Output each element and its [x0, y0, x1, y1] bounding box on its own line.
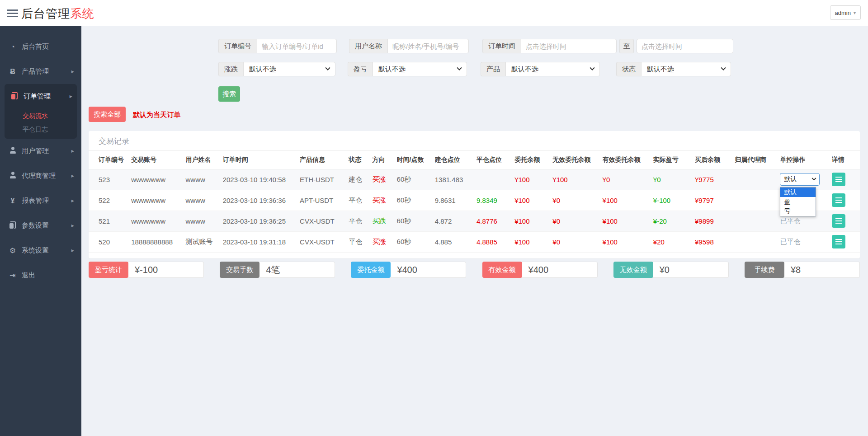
sidebar-item-params[interactable]: 参数设置 ▶ — [0, 213, 81, 238]
dashboard-icon: ◔ — [7, 43, 18, 51]
sidebar-item-agents[interactable]: 代理商管理 ▶ — [0, 164, 81, 188]
col-agent: 归属代理商 — [735, 151, 780, 169]
col-valid-entrust: 有效委托余额 — [603, 151, 653, 169]
chevron-down-icon: ▾ — [854, 10, 856, 15]
stats-bar: 盈亏统计 ¥-100 交易手数 4笔 委托金额 ¥400 有效金额 ¥400 无… — [89, 262, 860, 278]
stat-value: ¥400 — [391, 262, 466, 278]
col-order-id: 订单编号 — [89, 151, 131, 169]
stat-invalid-amount: 无效金额 ¥0 — [613, 262, 729, 278]
detail-button[interactable] — [832, 214, 845, 228]
sidebar-item-orders[interactable]: 订单管理 ▶ — [5, 84, 77, 109]
dropdown-option[interactable]: 默认 — [780, 188, 816, 197]
product-select[interactable]: 默认不选 — [505, 62, 600, 76]
bitcoin-icon: Ƀ — [7, 68, 18, 76]
control-cell: 默认 默认 盈 亏 — [780, 169, 831, 190]
stat-value: ¥400 — [522, 262, 598, 278]
order-time-start-input[interactable] — [521, 39, 617, 53]
sidebar-item-label: 参数设置 — [22, 221, 49, 230]
user-name-label: 用户名称 — [349, 39, 387, 53]
rise-fall-select[interactable]: 默认不选 — [243, 62, 335, 76]
order-no-label: 订单编号 — [218, 39, 257, 53]
status-select[interactable]: 默认不选 — [641, 62, 731, 76]
filter-row-1: 订单编号 用户名称 订单时间 至 — [218, 39, 733, 53]
logout-icon: ⇥ — [7, 271, 18, 280]
order-time-end-input[interactable] — [637, 39, 733, 53]
hamburger-icon[interactable] — [7, 9, 18, 17]
sidebar-item-close-log[interactable]: 平仓日志 — [5, 122, 77, 136]
product-label: 产品 — [481, 62, 505, 76]
sidebar-item-users[interactable]: 用户管理 ▶ — [0, 139, 81, 164]
table-row: 522 wwwwwww wwww 2023-03-10 19:36:36 APT… — [89, 190, 860, 211]
table-row: 521 wwwwwww wwww 2023-03-10 19:36:25 CVX… — [89, 211, 860, 231]
rise-fall-label: 涨跌 — [218, 62, 243, 76]
profit-loss-label: 盈亏 — [348, 62, 373, 76]
col-close-point: 平仓点位 — [476, 151, 514, 169]
top-header: 后台管理系统 admin ▾ — [0, 0, 868, 26]
control-select[interactable]: 默认 — [780, 173, 820, 186]
chevron-right-icon: ▶ — [71, 70, 74, 74]
search-button[interactable]: 搜索 — [218, 86, 240, 102]
col-detail: 详情 — [832, 151, 860, 169]
col-status: 状态 — [349, 151, 372, 169]
col-control: 单控操作 — [780, 151, 831, 169]
params-icon — [7, 221, 18, 230]
col-order-time: 订单时间 — [223, 151, 300, 169]
list-icon — [835, 239, 842, 244]
rise-fall-value: 默认不选 — [249, 65, 276, 74]
detail-button[interactable] — [832, 193, 845, 207]
filter-row-2: 涨跌 默认不选 盈亏 默认不选 产品 默认不选 状态 默认不选 — [218, 62, 731, 76]
search-all-button[interactable]: 搜索全部 — [89, 107, 126, 122]
stat-label: 交易手数 — [220, 262, 259, 278]
chevron-down-icon — [457, 66, 462, 70]
table-row: 520 18888888888 测试账号 2023-03-10 19:31:18… — [89, 231, 860, 252]
filter-product: 产品 默认不选 — [481, 62, 600, 76]
order-time-label: 订单时间 — [482, 39, 521, 53]
table-row: 523 wwwwwww wwww 2023-03-10 19:40:58 ETH… — [89, 169, 860, 190]
app-title: 后台管理系统 — [21, 6, 94, 22]
sidebar-item-reports[interactable]: ¥ 报表管理 ▶ — [0, 188, 81, 213]
list-icon — [835, 197, 842, 203]
closed-status-text: 已平仓 — [780, 231, 831, 252]
status-value: 默认不选 — [647, 65, 674, 74]
chevron-down-icon — [325, 66, 330, 70]
list-icon — [835, 177, 842, 182]
chevron-down-icon — [721, 66, 726, 70]
user-name-input[interactable] — [387, 39, 469, 53]
list-icon — [835, 218, 842, 224]
user-menu[interactable]: admin ▾ — [830, 5, 861, 20]
sidebar-item-label: 用户管理 — [22, 147, 49, 155]
detail-button[interactable] — [832, 173, 845, 186]
chevron-down-icon — [590, 66, 594, 70]
trade-records-table: 订单编号 交易账号 用户姓名 订单时间 产品信息 状态 方向 时间/点数 建仓点… — [89, 151, 860, 253]
stat-label: 有效金额 — [482, 262, 522, 278]
filter-status: 状态 默认不选 — [616, 62, 731, 76]
stat-trade-count: 交易手数 4笔 — [220, 262, 335, 278]
chevron-right-icon: ▶ — [71, 174, 74, 178]
detail-button[interactable] — [832, 235, 845, 248]
sidebar-item-settings[interactable]: ⚙ 系统设置 ▶ — [0, 238, 81, 263]
sidebar-item-label: 后台首页 — [22, 42, 49, 51]
sidebar-item-label: 系统设置 — [22, 246, 49, 255]
control-select-value: 默认 — [784, 175, 797, 183]
dropdown-option[interactable]: 盈 — [780, 197, 816, 206]
sidebar-item-home[interactable]: ◔ 后台首页 — [0, 34, 81, 59]
sidebar-item-label: 产品管理 — [22, 67, 49, 76]
stat-value: ¥-100 — [128, 262, 204, 278]
sidebar-item-trade-flow[interactable]: 交易流水 — [5, 109, 77, 122]
sidebar-item-label: 订单管理 — [24, 92, 51, 101]
col-balance-after: 买后余额 — [695, 151, 735, 169]
col-entrust: 委托余额 — [514, 151, 552, 169]
agents-icon — [7, 172, 18, 180]
sidebar-item-logout[interactable]: ⇥ 退出 — [0, 263, 81, 288]
dropdown-option[interactable]: 亏 — [780, 206, 816, 216]
chevron-right-icon: ▶ — [71, 199, 74, 203]
sidebar-item-products[interactable]: Ƀ 产品管理 ▶ — [0, 59, 81, 84]
stat-label: 手续费 — [745, 262, 784, 278]
chevron-right-icon: ▶ — [71, 224, 74, 228]
profit-loss-select[interactable]: 默认不选 — [373, 62, 467, 76]
order-no-input[interactable] — [257, 39, 337, 53]
app-title-accent: 系统 — [70, 7, 94, 20]
chevron-down-icon — [812, 176, 816, 180]
table-header-row: 订单编号 交易账号 用户姓名 订单时间 产品信息 状态 方向 时间/点数 建仓点… — [89, 151, 860, 169]
sidebar-item-label: 退出 — [22, 271, 35, 280]
